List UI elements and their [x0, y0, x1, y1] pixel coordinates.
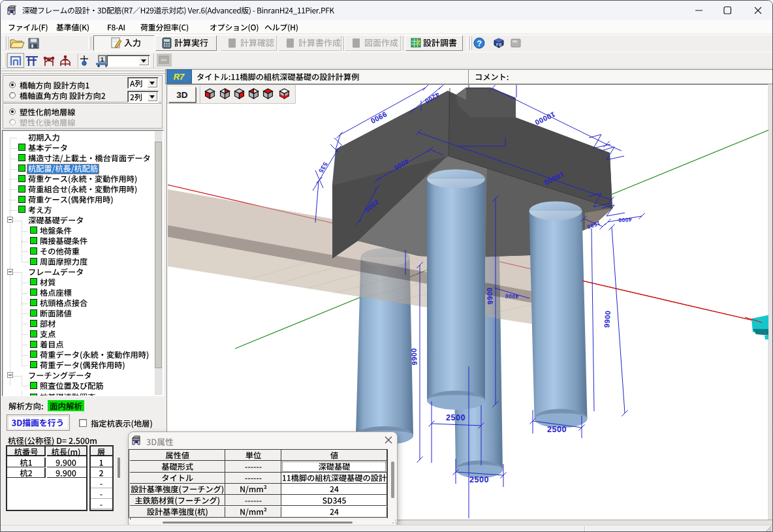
svg-text:1: 1: [101, 56, 104, 63]
svg-text:10000: 10000: [533, 110, 556, 127]
svg-text:4000: 4000: [505, 292, 518, 300]
svg-text:R7: R7: [174, 72, 185, 82]
svg-text:9900: 9900: [603, 310, 612, 328]
svg-text:?: ?: [477, 39, 482, 48]
svg-text:F8: F8: [496, 42, 501, 47]
svg-text:2500: 2500: [469, 475, 489, 484]
svg-text:9900: 9900: [409, 348, 418, 366]
svg-text:4000: 4000: [618, 216, 632, 223]
svg-text:9900: 9900: [485, 287, 494, 305]
svg-text:2500: 2500: [547, 425, 567, 434]
svg-text:3D: 3D: [176, 90, 188, 100]
svg-text:9900: 9900: [369, 110, 388, 125]
svg-text:2500: 2500: [446, 413, 465, 422]
svg-text:535: 535: [317, 161, 329, 175]
